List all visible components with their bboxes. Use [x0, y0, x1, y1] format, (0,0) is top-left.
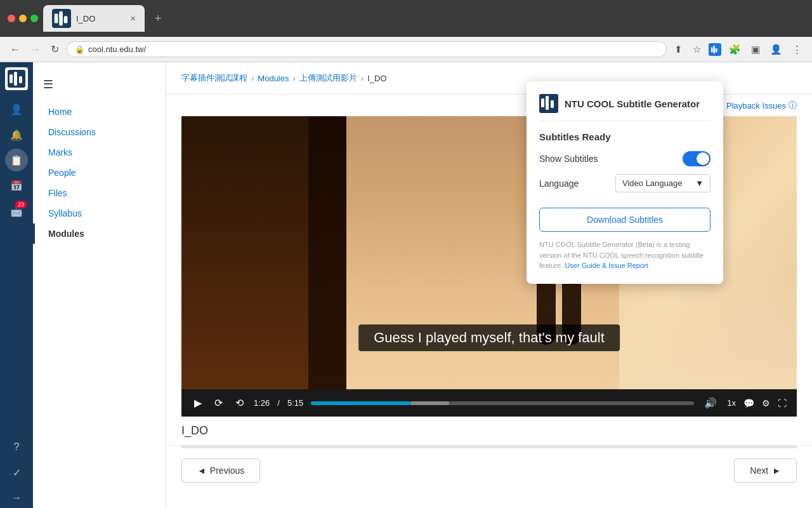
nav-people[interactable]: People — [33, 163, 166, 183]
breadcrumb-sep-2: › — [292, 74, 295, 83]
nav-home[interactable]: Home — [33, 102, 166, 122]
ntu-ext-icon — [710, 45, 719, 54]
svg-rect-4 — [711, 47, 713, 52]
play-button[interactable]: ▶ — [192, 394, 204, 411]
close-button[interactable] — [8, 15, 15, 22]
sidebar-icon-help[interactable]: ? — [5, 436, 28, 458]
breadcrumb-upload[interactable]: 上傳測試用影片 — [299, 72, 357, 84]
browser-tab[interactable]: I_DO ✕ — [43, 5, 145, 32]
toggle-knob — [697, 152, 709, 165]
time-current: 1:26 — [254, 398, 270, 408]
language-select[interactable]: Video Language ▼ — [615, 174, 710, 192]
playback-issues-link[interactable]: Playback Issues — [726, 101, 786, 110]
sidebar-icon-notifications[interactable]: 🔔 — [5, 123, 28, 146]
svg-rect-6 — [716, 48, 717, 52]
nav-marks[interactable]: Marks — [33, 142, 166, 163]
volume-button[interactable]: 🔊 — [702, 394, 719, 411]
lock-icon: 🔒 — [75, 45, 84, 54]
bookmark-button[interactable]: ☆ — [690, 41, 704, 58]
download-subtitles-button[interactable]: Download Subtitles — [539, 208, 710, 232]
sidebar-icon-arrow[interactable]: → — [5, 486, 28, 508]
extensions-button[interactable]: 🧩 — [726, 41, 743, 58]
svg-rect-3 — [64, 16, 68, 23]
show-subtitles-row: Show Subtitles — [539, 151, 710, 166]
progress-bar[interactable] — [311, 401, 694, 405]
nav-bar: ← → ↻ 🔒 cool.ntu.edu.tw/ ⬆ ☆ 🧩 ▣ 👤 ⋮ — [0, 37, 812, 62]
tab-title: I_DO — [76, 14, 95, 23]
breadcrumb-modules[interactable]: Modules — [258, 74, 289, 83]
hamburger-menu[interactable]: ☰ — [33, 72, 166, 97]
reload-button[interactable]: ↻ — [48, 41, 62, 58]
notifications-icon: 🔔 — [10, 129, 23, 141]
subtitle-popup: NTU COOL Subtitle Generator Subtitles Re… — [527, 81, 723, 284]
inbox-badge: 23 — [15, 201, 27, 208]
svg-rect-1 — [55, 14, 58, 23]
tab-close-button[interactable]: ✕ — [130, 15, 136, 23]
breadcrumb-current: I_DO — [367, 74, 386, 83]
new-tab-button[interactable]: + — [155, 12, 162, 25]
progress-buffer — [410, 401, 449, 405]
nav-modules[interactable]: Modules — [33, 224, 166, 244]
svg-rect-12 — [541, 98, 544, 107]
language-row: Language Video Language ▼ — [539, 174, 710, 192]
nav-syllabus[interactable]: Syllabus — [33, 203, 166, 224]
menu-button[interactable]: ⋮ — [790, 41, 804, 58]
progress-fill — [311, 401, 410, 405]
nav-sidebar: ☰ Home Discussions Marks People Files Sy… — [33, 62, 166, 508]
next-arrow-icon: ► — [772, 465, 781, 476]
popup-note-link[interactable]: User Guide & Issue Report — [565, 262, 648, 269]
profile-button[interactable]: 👤 — [768, 41, 785, 58]
video-controls: ▶ ⟳ ⟲ 1:26 / 5:15 🔊 1x 💬 ⚙ ⛶ — [181, 389, 797, 417]
speed-label: 1x — [727, 398, 736, 408]
tab-favicon — [52, 9, 71, 28]
account-icon: 👤 — [10, 104, 23, 116]
sidebar-icon-check[interactable]: ✓ — [5, 461, 28, 484]
calendar-icon: 📅 — [10, 180, 23, 192]
show-subtitles-toggle[interactable] — [683, 151, 710, 166]
settings-button[interactable]: ⚙ — [762, 398, 770, 408]
title-bar: I_DO ✕ + — [0, 0, 812, 37]
extension-icon[interactable] — [709, 43, 721, 56]
svg-rect-8 — [10, 74, 13, 83]
next-button[interactable]: Next ► — [734, 458, 797, 483]
captions-button[interactable]: 💬 — [743, 398, 754, 408]
breadcrumb-course[interactable]: 字幕插件測試課程 — [181, 72, 247, 84]
icon-sidebar: 👤 🔔 📋 📅 📩 23 ? ✓ → — [0, 62, 33, 508]
nav-discussions[interactable]: Discussions — [33, 122, 166, 142]
sidebar-icon-inbox[interactable]: 📩 23 — [5, 199, 28, 222]
sidebar-button[interactable]: ▣ — [749, 41, 763, 58]
minimize-button[interactable] — [19, 15, 27, 22]
prev-arrow-icon: ◄ — [197, 465, 206, 476]
prev-label: Previous — [210, 465, 244, 476]
rewind-button[interactable]: ⟳ — [212, 394, 225, 411]
previous-button[interactable]: ◄ Previous — [181, 458, 260, 483]
browser-chrome: I_DO ✕ + ← → ↻ 🔒 cool.ntu.edu.tw/ ⬆ ☆ 🧩 … — [0, 0, 812, 62]
back-button[interactable]: ← — [8, 41, 23, 58]
sidebar-icon-account[interactable]: 👤 — [5, 98, 28, 121]
video-title: I_DO — [166, 417, 812, 446]
nav-files[interactable]: Files — [33, 183, 166, 203]
lms-logo — [5, 67, 28, 90]
chevron-down-icon: ▼ — [695, 178, 704, 188]
forward-button[interactable]: → — [28, 41, 43, 58]
help-icon: ? — [14, 441, 20, 453]
url-display: cool.ntu.edu.tw/ — [88, 44, 146, 54]
traffic-lights — [8, 15, 38, 22]
breadcrumb-sep-1: › — [251, 74, 254, 83]
popup-logo — [539, 94, 558, 113]
svg-rect-2 — [59, 11, 63, 26]
breadcrumb-sep-3: › — [361, 74, 363, 83]
nav-actions: ⬆ ☆ 🧩 ▣ 👤 ⋮ — [672, 41, 804, 58]
share-button[interactable]: ⬆ — [672, 41, 685, 58]
sidebar-icon-courses[interactable]: 📋 — [5, 149, 28, 171]
courses-icon: 📋 — [10, 154, 23, 166]
fullscreen-button[interactable] — [30, 15, 38, 22]
time-total: 5:15 — [287, 398, 303, 408]
fullscreen-button-ctrl[interactable]: ⛶ — [778, 398, 787, 408]
address-bar[interactable]: 🔒 cool.ntu.edu.tw/ — [67, 41, 667, 57]
sidebar-icon-calendar[interactable]: 📅 — [5, 174, 28, 197]
popup-header: NTU COOL Subtitle Generator — [539, 94, 710, 121]
forward-button-ctrl[interactable]: ⟲ — [233, 394, 246, 411]
time-sep: / — [277, 398, 280, 408]
nav-buttons: ◄ Previous Next ► — [166, 448, 812, 493]
